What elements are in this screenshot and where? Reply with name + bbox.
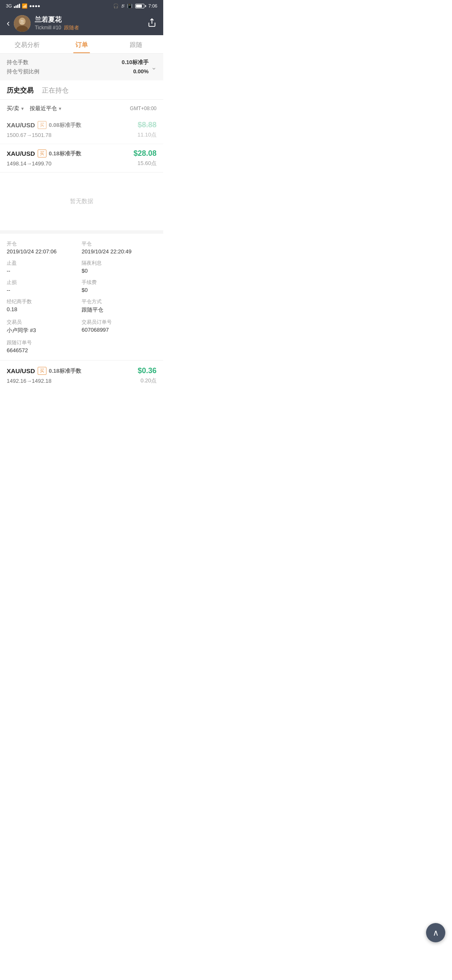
sl-value: -- (7, 287, 82, 293)
comm-value: $0 (82, 287, 157, 293)
chevron-down-icon[interactable]: ⌄ (151, 63, 157, 71)
bottom-trade-pair: XAU/USD 买 0.18标准手数 (7, 367, 81, 375)
time-display: 7:06 (149, 3, 157, 8)
share-button[interactable] (147, 18, 157, 29)
main-tabs: 交易分析 订单 跟随 (0, 35, 163, 54)
pair-name-2: XAU/USD (7, 150, 35, 157)
bottom-points: 0.20点 (141, 377, 157, 384)
wifi-icon: 📶 (22, 3, 28, 9)
status-left: 3G 📶 ●●●● (6, 3, 40, 9)
status-right: 🎧 𝓑 📳 7:06 (113, 3, 157, 9)
detail-comm: 手续费 $0 (82, 279, 157, 293)
tp-label: 止盈 (7, 260, 82, 267)
holding-loss-label: 持仓亏损比例 (7, 67, 39, 76)
profit-2: $28.08 (134, 149, 157, 158)
follower-label: 跟随者 (64, 25, 79, 31)
close-value: 2019/10/24 22:20:49 (82, 248, 157, 255)
bottom-trade-item[interactable]: XAU/USD 买 0.18标准手数 $0.36 1492.16→1492.18… (0, 360, 163, 390)
svg-text:兰: 兰 (20, 20, 24, 24)
bluetooth-icon: 𝓑 (121, 3, 124, 9)
detail-follow-order: 跟随订单号 6646572 (7, 339, 82, 353)
buy-sell-arrow-icon: ▼ (21, 106, 25, 111)
trader-value: 小卢同学 #3 (7, 327, 82, 334)
overnight-label: 隔夜利息 (82, 260, 157, 267)
detail-trader: 交易员 小卢同学 #3 (7, 319, 82, 334)
bottom-prices: 1492.16→1492.18 (7, 378, 51, 384)
buy-sell-label: 买/卖 (7, 105, 19, 112)
empty-state: 暂无数据 (0, 173, 163, 230)
trade-item-1: XAU/USD 买 0.08标准手数 $8.88 1500.67→1501.78… (0, 116, 163, 144)
empty-state-text: 暂无数据 (70, 198, 93, 204)
close-label: 平仓 (82, 240, 157, 248)
pair-name-1: XAU/USD (7, 121, 35, 129)
headphone-icon: 🎧 (113, 3, 119, 9)
trade-item-2-bottom: 1498.14→1499.70 15.60点 (7, 160, 157, 167)
app-icons: ●●●● (29, 3, 41, 8)
detail-empty (82, 339, 157, 353)
tickmill-label: Tickmill #10 (35, 25, 61, 31)
info-labels: 持仓手数 持仓亏损比例 (7, 58, 39, 76)
sub-tab-history[interactable]: 历史交易 (7, 86, 33, 99)
buy-sell-filter[interactable]: 买/卖 ▼ (7, 105, 25, 112)
bottom-trade-bottom: 1492.16→1492.18 0.20点 (7, 377, 157, 384)
trade-item-2-top: XAU/USD 买 0.18标准手数 $28.08 (7, 149, 157, 158)
filter-buttons: 买/卖 ▼ 按最近平仓 ▼ (7, 105, 62, 112)
direction-badge-2: 买 (38, 150, 46, 157)
filter-row: 买/卖 ▼ 按最近平仓 ▼ GMT+08:00 (0, 100, 163, 116)
user-subtitle: Tickmill #10 跟随者 (35, 24, 143, 31)
prices-2: 1498.14→1499.70 (7, 160, 51, 167)
close-order-label: 按最近平仓 (30, 105, 57, 112)
holding-lots-label: 持仓手数 (7, 58, 39, 67)
trade-item-2[interactable]: XAU/USD 买 0.18标准手数 $28.08 1498.14→1499.7… (0, 144, 163, 173)
profit-1: $8.88 (138, 121, 157, 129)
close-order-filter[interactable]: 按最近平仓 ▼ (30, 105, 62, 112)
trader-order-label: 交易员订单号 (82, 319, 157, 326)
holding-loss-value: 0.00% (122, 67, 149, 76)
holding-lots-value: 0.10标准手 (122, 58, 149, 67)
lots-1: 0.08标准手数 (49, 121, 81, 129)
bottom-pair-name: XAU/USD (7, 367, 35, 374)
back-button[interactable]: ‹ (7, 18, 10, 29)
detail-close-type: 平仓方式 跟随平仓 (82, 298, 157, 314)
follow-order-label: 跟随订单号 (7, 339, 82, 346)
open-label: 开仓 (7, 240, 82, 248)
follow-order-value: 6646572 (7, 347, 82, 353)
prices-1: 1500.67→1501.78 (7, 132, 51, 138)
lots-2: 0.18标准手数 (49, 150, 81, 157)
detail-grid: 开仓 2019/10/24 22:07:06 平仓 2019/10/24 22:… (7, 240, 157, 353)
signal-bars (14, 4, 20, 8)
trade-pair-2: XAU/USD 买 0.18标准手数 (7, 150, 81, 157)
tab-analysis[interactable]: 交易分析 (0, 35, 54, 53)
points-1: 11.10点 (137, 131, 157, 139)
tp-value: -- (7, 268, 82, 274)
open-value: 2019/10/24 22:07:06 (7, 248, 82, 255)
detail-section: 开仓 2019/10/24 22:07:06 平仓 2019/10/24 22:… (0, 230, 163, 360)
bottom-profit: $0.36 (138, 366, 157, 375)
bottom-direction-badge: 买 (38, 367, 46, 375)
sub-tab-holding[interactable]: 正在持仓 (42, 86, 69, 99)
close-type-value: 跟随平仓 (82, 306, 157, 314)
vibrate-icon: 📳 (127, 3, 133, 9)
timezone-label: GMT+08:00 (130, 106, 157, 111)
detail-close: 平仓 2019/10/24 22:20:49 (82, 240, 157, 255)
detail-overnight: 隔夜利息 $0 (82, 260, 157, 274)
broker-lots-label: 经纪商手数 (7, 298, 82, 305)
info-bar: 持仓手数 持仓亏损比例 0.10标准手 0.00% ⌄ (0, 54, 163, 80)
info-values: 0.10标准手 0.00% (122, 58, 149, 76)
network-label: 3G (6, 3, 12, 8)
sub-tabs: 历史交易 正在持仓 (0, 80, 163, 99)
detail-open: 开仓 2019/10/24 22:07:06 (7, 240, 82, 255)
tab-follow[interactable]: 跟随 (109, 35, 163, 53)
bottom-trade-top: XAU/USD 买 0.18标准手数 $0.36 (7, 366, 157, 375)
trade-item-1-bottom: 1500.67→1501.78 11.10点 (7, 131, 157, 139)
user-name: 兰若夏花 (35, 15, 143, 24)
trade-pair-1: XAU/USD 买 0.08标准手数 (7, 121, 81, 129)
avatar: 兰 (14, 15, 31, 32)
header: ‹ 兰 兰若夏花 Tickmill #10 跟随者 (0, 12, 163, 35)
close-order-arrow-icon: ▼ (58, 106, 62, 111)
trader-order-value: 607068997 (82, 327, 157, 333)
trader-label: 交易员 (7, 319, 82, 326)
tab-orders[interactable]: 订单 (54, 35, 109, 53)
battery-indicator (135, 4, 146, 8)
detail-broker-lots: 经纪商手数 0.18 (7, 298, 82, 314)
